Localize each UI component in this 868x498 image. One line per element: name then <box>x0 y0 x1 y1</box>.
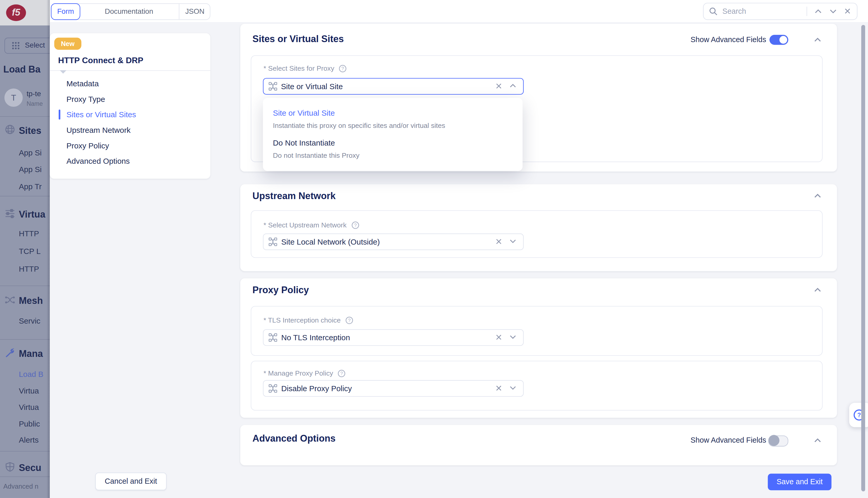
step-upstream-network[interactable]: Upstream Network <box>66 122 131 138</box>
clear-icon[interactable] <box>495 82 502 90</box>
section-collapse-icon[interactable] <box>814 37 821 43</box>
svg-text:?: ? <box>354 223 357 228</box>
save-and-exit-button[interactable]: Save and Exit <box>768 474 832 490</box>
clear-icon[interactable] <box>495 384 502 392</box>
f5-logo-icon[interactable]: f5 <box>6 4 26 21</box>
option-title: Do Not Instantiate <box>273 138 335 147</box>
step-sites-or-virtual-sites[interactable]: Sites or Virtual Sites <box>66 107 136 122</box>
cancel-and-exit-button[interactable]: Cancel and Exit <box>95 473 167 490</box>
option-description: Do not Instantiate this Proxy <box>273 152 360 159</box>
help-circle-icon[interactable]: ? <box>339 65 347 73</box>
collapse-caret-icon[interactable] <box>60 70 67 74</box>
overlay-edge-shadow <box>47 0 50 498</box>
tenant-sub: Name <box>27 100 43 107</box>
sidebar-item[interactable]: Virtua <box>19 403 39 412</box>
search-close-icon[interactable] <box>844 8 851 15</box>
step-advanced-options[interactable]: Advanced Options <box>66 153 130 169</box>
namespace-select[interactable]: Select <box>4 38 50 54</box>
panel-content: New HTTP Connect & DRP Metadata Proxy Ty… <box>50 22 868 498</box>
field-label: * TLS Interception choice ? <box>263 317 353 324</box>
sidebar-group-security[interactable]: Secu <box>19 463 41 474</box>
menu-option-site-or-virtual-site[interactable]: Site or Virtual Site Instantiate this pr… <box>263 98 522 128</box>
step-metadata[interactable]: Metadata <box>66 76 99 91</box>
section-sites-or-virtual-sites: Sites or Virtual Sites Show Advanced Fie… <box>240 24 837 172</box>
toggle-knob <box>768 435 780 446</box>
select-sites-for-proxy[interactable]: Site or Virtual Site <box>263 78 523 94</box>
wizard-divider <box>50 70 210 71</box>
help-circle-icon[interactable]: ? <box>351 221 359 229</box>
sliders-icon <box>4 208 16 219</box>
sidebar-item[interactable]: Public <box>19 420 40 428</box>
active-step-bar <box>59 110 60 120</box>
tenant-name: tp-te <box>27 90 41 98</box>
field-label: * Select Sites for Proxy ? <box>263 65 347 73</box>
chevron-down-icon[interactable] <box>509 239 517 244</box>
view-tab-group: Documentation JSON Form <box>51 3 210 20</box>
field-card-tls-interception: * TLS Interception choice ? No T <box>251 306 822 356</box>
logo-strip: f5 <box>0 0 50 25</box>
search-prev-icon[interactable] <box>814 8 822 14</box>
sidebar-item[interactable]: HTTP <box>19 265 39 273</box>
step-proxy-type[interactable]: Proxy Type <box>66 91 105 107</box>
svg-text:?: ? <box>857 412 861 418</box>
choice-icon <box>268 384 277 393</box>
help-circle-icon[interactable]: ? <box>338 370 346 377</box>
field-card-select-sites: * Select Sites for Proxy ? Site <box>251 55 822 162</box>
option-title: Site or Virtual Site <box>273 108 335 117</box>
tab-documentation[interactable]: Documentation <box>79 4 179 19</box>
screenshot-viewport: f5 Select Load Ba T tp-te Name Sites App… <box>0 0 868 498</box>
section-heading: Advanced Options <box>252 433 336 444</box>
chevron-up-icon[interactable] <box>509 83 516 88</box>
clear-icon[interactable] <box>495 333 502 342</box>
sidebar-item[interactable]: App Si <box>19 148 42 157</box>
sidebar-item[interactable]: TCP L <box>19 247 41 255</box>
sidebar-item-active[interactable]: Load B <box>19 370 43 378</box>
shuffle-icon <box>4 294 16 306</box>
sidebar-item[interactable]: HTTP <box>19 229 39 238</box>
chevron-down-icon[interactable] <box>509 385 517 391</box>
select-upstream-network[interactable]: Site Local Network (Outside) <box>263 233 524 250</box>
select-value: Site or Virtual Site <box>281 78 343 94</box>
svg-text:?: ? <box>340 371 343 376</box>
sidebar-group-manage[interactable]: Mana <box>19 349 43 360</box>
show-advanced-fields-toggle[interactable] <box>769 35 788 45</box>
toggle-knob <box>779 36 787 44</box>
menu-option-do-not-instantiate[interactable]: Do Not Instantiate Do not Instantiate th… <box>263 128 522 158</box>
wrench-icon <box>4 348 16 359</box>
panel-topbar: Documentation JSON Form <box>50 0 868 23</box>
section-upstream-network: Upstream Network * Select Upstream Netwo… <box>240 184 837 271</box>
clear-icon[interactable] <box>495 237 502 246</box>
sidebar-group-mesh[interactable]: Mesh <box>19 296 43 307</box>
chevron-down-icon[interactable] <box>509 334 517 340</box>
tab-form[interactable]: Form <box>51 3 80 20</box>
sidebar-item[interactable]: App Tr <box>19 182 42 191</box>
show-advanced-fields-toggle[interactable] <box>768 435 788 447</box>
wizard-title: HTTP Connect & DRP <box>58 55 144 65</box>
section-collapse-icon[interactable] <box>814 438 821 443</box>
help-circle-icon[interactable]: ? <box>345 317 353 324</box>
search-divider <box>807 7 807 16</box>
choice-icon <box>268 237 277 246</box>
select-tls-interception[interactable]: No TLS Interception <box>263 329 524 346</box>
sidebar-group-virtual[interactable]: Virtua <box>19 209 45 220</box>
sidebar-group-sites[interactable]: Sites <box>19 126 41 137</box>
section-heading: Upstream Network <box>252 191 336 202</box>
vertical-scrollbar[interactable] <box>861 25 865 492</box>
search-input[interactable] <box>721 4 807 19</box>
sidebar-item[interactable]: Servic <box>19 317 40 325</box>
sidebar-item[interactable]: App Si <box>19 165 42 174</box>
sidebar-item[interactable]: Alerts <box>19 435 38 444</box>
sidebar-item[interactable]: Virtua <box>19 386 39 395</box>
tab-json[interactable]: JSON <box>179 4 210 19</box>
section-collapse-icon[interactable] <box>814 193 821 199</box>
avatar[interactable]: T <box>4 89 23 107</box>
select-value: Site Local Network (Outside) <box>281 234 380 250</box>
select-manage-proxy-policy[interactable]: Disable Proxy Policy <box>263 380 524 397</box>
step-proxy-policy[interactable]: Proxy Policy <box>66 138 109 153</box>
section-proxy-policy: Proxy Policy * TLS Interception choice ? <box>240 278 837 418</box>
search-next-icon[interactable] <box>829 8 837 14</box>
sidebar-divider <box>0 339 50 340</box>
search-icon <box>709 7 717 16</box>
show-advanced-fields-label: Show Advanced Fields <box>691 435 766 445</box>
section-collapse-icon[interactable] <box>814 287 821 293</box>
